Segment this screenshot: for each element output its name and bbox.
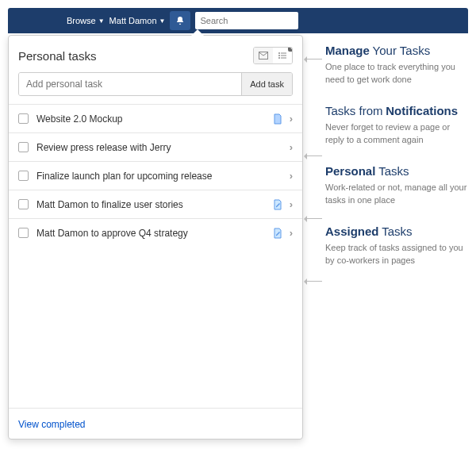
- callout-arrow: [305, 218, 322, 219]
- task-text: Review press release with Jerry: [36, 142, 290, 153]
- task-checkbox[interactable]: [18, 199, 29, 209]
- task-text: Finalize launch plan for upcoming releas…: [36, 171, 290, 182]
- notifications-button[interactable]: [170, 11, 190, 30]
- task-checkbox[interactable]: [18, 228, 29, 238]
- add-task-button[interactable]: Add task: [241, 73, 292, 95]
- task-row[interactable]: Review press release with Jerry›: [9, 132, 302, 161]
- panel-title: Personal tasks: [18, 49, 96, 63]
- callout-arrow: [305, 281, 322, 282]
- browse-menu[interactable]: Browse▼: [67, 16, 105, 25]
- callout-arrow: [305, 59, 322, 60]
- list-icon: [278, 52, 287, 60]
- svg-rect-6: [281, 58, 286, 59]
- task-checkbox[interactable]: [18, 113, 29, 124]
- task-row[interactable]: Matt Damon to approve Q4 strategy›: [9, 218, 302, 247]
- callout-title: Personal Tasks: [325, 164, 468, 178]
- chevron-right-icon: ›: [290, 198, 293, 210]
- edit-icon: [272, 228, 283, 239]
- envelope-icon: [259, 52, 268, 60]
- callout-arrow: [305, 155, 322, 156]
- callout: Manage Your TasksOne place to track ever…: [325, 44, 468, 86]
- task-text: Matt Damon to approve Q4 strategy: [36, 228, 272, 239]
- callout-desc: Never forget to review a page or reply t…: [325, 121, 468, 147]
- task-text: Matt Damon to finalize user stories: [36, 199, 272, 210]
- task-checkbox[interactable]: [18, 142, 29, 152]
- callout-desc: Work-related or not, manage all your tas…: [325, 182, 468, 207]
- callout: Personal TasksWork-related or not, manag…: [325, 164, 468, 207]
- callout-title: Assigned Tasks: [325, 225, 468, 239]
- task-checkbox[interactable]: [18, 171, 29, 181]
- task-count-badge: 0: [288, 47, 293, 52]
- top-nav: Browse▼ Matt Damon▼: [8, 8, 468, 33]
- view-toggle: 0: [253, 47, 293, 64]
- view-completed-link[interactable]: View completed: [18, 419, 86, 430]
- add-task-input[interactable]: [19, 73, 241, 95]
- bell-icon: [175, 16, 185, 25]
- callout-desc: Keep track of tasks assigned to you by c…: [325, 242, 468, 267]
- svg-point-1: [278, 52, 280, 54]
- chevron-right-icon: ›: [290, 113, 293, 125]
- page-icon: [272, 113, 283, 125]
- user-menu[interactable]: Matt Damon▼: [109, 16, 166, 25]
- callout-desc: One place to track everything you need t…: [325, 61, 468, 86]
- task-row[interactable]: Matt Damon to finalize user stories›: [9, 190, 302, 218]
- svg-point-5: [278, 57, 280, 59]
- svg-point-3: [278, 55, 280, 56]
- search-input[interactable]: [200, 16, 294, 25]
- tasks-panel: Personal tasks 0 Add task Website 2.0 Mo…: [8, 35, 303, 440]
- chevron-right-icon: ›: [290, 170, 293, 182]
- callout: Assigned TasksKeep track of tasks assign…: [325, 225, 468, 267]
- callout-title: Manage Your Tasks: [325, 44, 468, 58]
- task-row[interactable]: Finalize launch plan for upcoming releas…: [9, 161, 302, 190]
- task-row[interactable]: Website 2.0 Mockup›: [9, 104, 302, 132]
- callout: Tasks from NotificationsNever forget to …: [325, 104, 468, 147]
- callouts: Manage Your TasksOne place to track ever…: [325, 44, 468, 285]
- chevron-right-icon: ›: [290, 227, 293, 239]
- task-text: Website 2.0 Mockup: [36, 113, 272, 125]
- task-list: Website 2.0 Mockup›Review press release …: [9, 104, 302, 408]
- chevron-right-icon: ›: [290, 141, 293, 153]
- edit-icon: [272, 199, 283, 210]
- search-box[interactable]: [195, 12, 298, 29]
- view-inbox-button[interactable]: [254, 48, 273, 63]
- add-task-row: Add task: [18, 72, 293, 96]
- callout-title: Tasks from Notifications: [325, 104, 468, 118]
- svg-rect-4: [281, 56, 286, 56]
- svg-rect-2: [281, 53, 286, 54]
